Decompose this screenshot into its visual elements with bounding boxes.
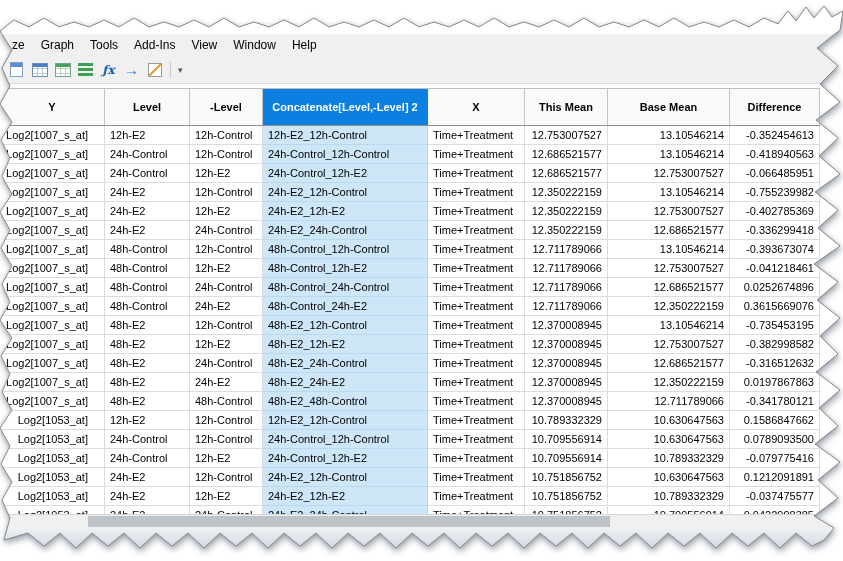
cell-y[interactable]: Log2[1007_s_at] <box>0 335 105 354</box>
cell-level[interactable]: 48h-Control <box>105 240 190 259</box>
cell-minus-level[interactable]: 24h-Control <box>190 354 263 373</box>
cell-y[interactable]: Log2[1007_s_at] <box>0 354 105 373</box>
cell-concatenate[interactable]: 12h-E2_12h-Control <box>263 411 428 430</box>
cell-base-mean[interactable]: 13.10546214 <box>608 183 730 202</box>
cell-difference[interactable]: 0.0789093500 <box>730 430 820 449</box>
cell-base-mean[interactable]: 12.686521577 <box>608 354 730 373</box>
cell-base-mean[interactable]: 12.753007527 <box>608 164 730 183</box>
data-table-icon-button[interactable] <box>28 58 51 81</box>
cell-this-mean[interactable]: 12.370008945 <box>525 392 608 411</box>
menu-item-addins[interactable]: Add-Ins <box>126 36 183 54</box>
cell-base-mean[interactable]: 12.686521577 <box>608 221 730 240</box>
cell-concatenate[interactable]: 48h-Control_24h-Control <box>263 278 428 297</box>
cell-minus-level[interactable]: 24h-Control <box>190 506 263 514</box>
run-script-icon-button[interactable]: → <box>120 58 143 81</box>
column-header-level[interactable]: Level <box>105 89 190 125</box>
cell-y[interactable]: Log2[1007_s_at] <box>0 240 105 259</box>
cell-x[interactable]: Time+Treatment <box>428 468 525 487</box>
cell-y[interactable]: Log2[1053_at] <box>0 506 105 514</box>
cell-minus-level[interactable]: 12h-Control <box>190 145 263 164</box>
cell-concatenate[interactable]: 48h-Control_12h-Control <box>263 240 428 259</box>
cell-level[interactable]: 48h-E2 <box>105 335 190 354</box>
cell-x[interactable]: Time+Treatment <box>428 506 525 514</box>
cell-concatenate[interactable]: 24h-E2_12h-E2 <box>263 202 428 221</box>
cell-y[interactable]: Log2[1007_s_at] <box>0 221 105 240</box>
cell-concatenate[interactable]: 48h-E2_12h-Control <box>263 316 428 335</box>
cell-this-mean[interactable]: 12.370008945 <box>525 354 608 373</box>
cell-minus-level[interactable]: 48h-Control <box>190 392 263 411</box>
cell-level[interactable]: 12h-E2 <box>105 126 190 145</box>
cell-x[interactable]: Time+Treatment <box>428 164 525 183</box>
cell-concatenate[interactable]: 48h-E2_48h-Control <box>263 392 428 411</box>
cell-level[interactable]: 48h-E2 <box>105 373 190 392</box>
cell-difference[interactable]: -0.336299418 <box>730 221 820 240</box>
cell-minus-level[interactable]: 12h-Control <box>190 126 263 145</box>
column-header-y[interactable]: Y <box>0 89 105 125</box>
cell-minus-level[interactable]: 12h-E2 <box>190 164 263 183</box>
cell-level[interactable]: 48h-E2 <box>105 316 190 335</box>
cell-base-mean[interactable]: 10.630647563 <box>608 411 730 430</box>
cell-y[interactable]: Log2[1007_s_at] <box>0 145 105 164</box>
cell-base-mean[interactable]: 10.789332329 <box>608 449 730 468</box>
cell-level[interactable]: 48h-Control <box>105 259 190 278</box>
cell-minus-level[interactable]: 12h-Control <box>190 430 263 449</box>
cell-concatenate[interactable]: 24h-Control_12h-E2 <box>263 449 428 468</box>
cell-concatenate[interactable]: 12h-E2_12h-Control <box>263 126 428 145</box>
cell-difference[interactable]: -0.735453195 <box>730 316 820 335</box>
cell-this-mean[interactable]: 12.753007527 <box>525 126 608 145</box>
column-header-minus-level[interactable]: -Level <box>190 89 263 125</box>
cell-this-mean[interactable]: 12.370008945 <box>525 316 608 335</box>
cell-x[interactable]: Time+Treatment <box>428 354 525 373</box>
cell-concatenate[interactable]: 24h-E2_24h-Control <box>263 221 428 240</box>
cell-base-mean[interactable]: 10.630647563 <box>608 430 730 449</box>
cell-minus-level[interactable]: 12h-E2 <box>190 259 263 278</box>
cell-y[interactable]: Log2[1007_s_at] <box>0 373 105 392</box>
cell-level[interactable]: 24h-E2 <box>105 506 190 514</box>
cell-difference[interactable]: -0.393673074 <box>730 240 820 259</box>
cell-minus-level[interactable]: 12h-E2 <box>190 202 263 221</box>
cell-x[interactable]: Time+Treatment <box>428 487 525 506</box>
cell-y[interactable]: Log2[1007_s_at] <box>0 126 105 145</box>
cell-x[interactable]: Time+Treatment <box>428 316 525 335</box>
cell-x[interactable]: Time+Treatment <box>428 373 525 392</box>
cell-concatenate[interactable]: 24h-E2_12h-E2 <box>263 487 428 506</box>
split-table-icon-button[interactable] <box>51 58 74 81</box>
cell-difference[interactable]: -0.066485951 <box>730 164 820 183</box>
cell-minus-level[interactable]: 12h-Control <box>190 240 263 259</box>
cell-difference[interactable]: -0.418940563 <box>730 145 820 164</box>
cell-minus-level[interactable]: 12h-E2 <box>190 335 263 354</box>
cell-y[interactable]: Log2[1007_s_at] <box>0 164 105 183</box>
cell-base-mean[interactable]: 10.630647563 <box>608 468 730 487</box>
cell-difference[interactable]: 0.1212091891 <box>730 468 820 487</box>
cell-level[interactable]: 12h-E2 <box>105 411 190 430</box>
cell-minus-level[interactable]: 24h-E2 <box>190 297 263 316</box>
cell-concatenate[interactable]: 24h-Control_12h-E2 <box>263 164 428 183</box>
cell-difference[interactable]: -0.755239982 <box>730 183 820 202</box>
cell-x[interactable]: Time+Treatment <box>428 430 525 449</box>
columns-list-icon-button[interactable] <box>74 58 97 81</box>
toolbar-overflow-chevron-icon[interactable]: ▾ <box>175 65 186 75</box>
cell-minus-level[interactable]: 12h-Control <box>190 411 263 430</box>
scrollbar-thumb[interactable] <box>88 516 610 527</box>
cell-base-mean[interactable]: 10.789332329 <box>608 487 730 506</box>
column-header-this-mean[interactable]: This Mean <box>525 89 608 125</box>
cell-y[interactable]: Log2[1053_at] <box>0 430 105 449</box>
cell-this-mean[interactable]: 12.686521577 <box>525 145 608 164</box>
cell-difference[interactable]: 0.1586847662 <box>730 411 820 430</box>
cell-this-mean[interactable]: 10.789332329 <box>525 411 608 430</box>
cell-difference[interactable]: -0.341780121 <box>730 392 820 411</box>
cell-base-mean[interactable]: 12.686521577 <box>608 278 730 297</box>
cell-level[interactable]: 48h-Control <box>105 278 190 297</box>
cell-concatenate[interactable]: 48h-E2_24h-Control <box>263 354 428 373</box>
cell-y[interactable]: Log2[1053_at] <box>0 468 105 487</box>
cell-this-mean[interactable]: 10.751856752 <box>525 487 608 506</box>
cell-this-mean[interactable]: 10.709556914 <box>525 449 608 468</box>
cell-level[interactable]: 48h-Control <box>105 297 190 316</box>
cell-base-mean[interactable]: 13.10546214 <box>608 240 730 259</box>
cell-level[interactable]: 24h-Control <box>105 430 190 449</box>
cell-this-mean[interactable]: 12.350222159 <box>525 202 608 221</box>
cell-minus-level[interactable]: 24h-E2 <box>190 373 263 392</box>
cell-base-mean[interactable]: 12.350222159 <box>608 373 730 392</box>
cell-base-mean[interactable]: 13.10546214 <box>608 145 730 164</box>
cell-x[interactable]: Time+Treatment <box>428 278 525 297</box>
